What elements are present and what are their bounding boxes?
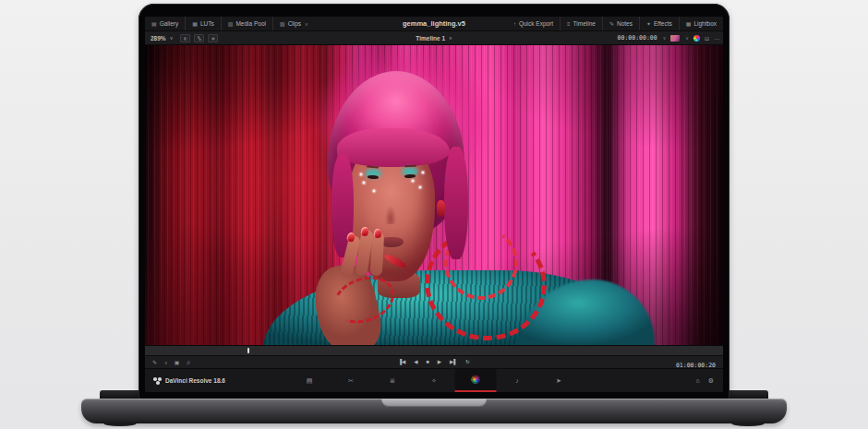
wipe-mode-icon[interactable]: ◧ (180, 34, 190, 42)
laptop-base (81, 399, 787, 423)
skip-to-start-button[interactable]: ▐◀ (398, 360, 405, 365)
clips-icon: ▧ (280, 21, 285, 27)
clips-button[interactable]: ▧ Clips ∨ (272, 17, 315, 30)
lightbox-icon: ▦ (686, 21, 692, 27)
tab-color[interactable] (455, 369, 497, 392)
timeline-label: Timeline (573, 20, 596, 27)
lightbox-button[interactable]: ▦ Lightbox (679, 17, 723, 30)
timeline-name: Timeline 1 (416, 35, 445, 42)
viewer-tools: ✎ ∨ ▣ ♬ (145, 360, 191, 365)
tab-fusion[interactable]: ✧ (414, 369, 455, 392)
media-pool-label: Media Pool (235, 20, 266, 27)
expand-viewer-icon[interactable]: ⊡ (705, 35, 709, 42)
tab-fairlight[interactable]: ♪ (497, 369, 538, 392)
home-icon[interactable]: ⌂ (695, 377, 699, 384)
page-tabs: ▤ ✂ ≣ ✧ ♪ (289, 369, 580, 392)
playhead-marker[interactable] (247, 348, 249, 353)
viewer-options-right: 00:00:00:00 ∨ ∨ ⊡ ⋯ (618, 34, 719, 42)
lid-lift-notch (381, 399, 487, 407)
rhinestone (419, 186, 421, 188)
zoom-level-select[interactable]: 289% ∨ (145, 35, 178, 42)
nose-shadow (383, 193, 398, 224)
chevron-down-icon: ∨ (685, 35, 689, 41)
notes-button[interactable]: ✎ Notes (602, 17, 639, 30)
lightbox-label: Lightbox (693, 20, 717, 27)
rhinestone (363, 182, 365, 184)
chevron-down-icon: ∨ (170, 35, 174, 41)
rhinestone (360, 173, 362, 175)
split-screen-icon[interactable]: ▚ (194, 34, 204, 42)
loop-button[interactable]: ↻ (465, 360, 470, 365)
luts-label: LUTs (200, 20, 214, 27)
color-viewer-icon[interactable] (693, 35, 700, 42)
tab-deliver[interactable]: ➤ (538, 369, 580, 392)
desktop-background: ▤ Gallery ▦ LUTs ▥ Media Pool ▧ Clips (0, 0, 868, 429)
zoom-level-value: 289% (151, 35, 166, 42)
eye-left (368, 175, 379, 179)
notes-label: Notes (617, 20, 633, 27)
effects-icon: ✦ (646, 21, 651, 27)
media-pool-button[interactable]: ▥ Media Pool (221, 17, 272, 30)
skip-to-end-button[interactable]: ▶▌ (450, 360, 457, 365)
gear-icon[interactable]: ⚙ (708, 377, 714, 385)
cut-page-icon: ✂ (348, 377, 354, 385)
app-version-label: DaVinci Resolve 18.6 (165, 377, 225, 384)
top-toolbar: ▤ Gallery ▦ LUTs ▥ Media Pool ▧ Clips (145, 17, 723, 31)
hair-right-side (444, 147, 468, 259)
red-nail (374, 229, 382, 238)
gallery-label: Gallery (160, 20, 179, 27)
highlight-mode-icon[interactable]: ▣ (208, 34, 218, 42)
quick-export-icon: ↑ (513, 21, 516, 27)
eye-right (404, 174, 416, 178)
quick-export-button[interactable]: ↑ Quick Export (507, 17, 560, 30)
tab-media[interactable]: ▤ (289, 369, 331, 392)
clips-label: Clips (288, 20, 301, 27)
timeline-selector[interactable]: Timeline 1 ∨ (416, 35, 452, 42)
fusion-page-icon: ✧ (431, 377, 437, 385)
compare-tool-icon[interactable]: ▣ (175, 360, 180, 365)
media-page-icon: ▤ (307, 377, 313, 385)
viewer-image[interactable] (145, 45, 723, 345)
davinci-resolve-window: ▤ Gallery ▦ LUTs ▥ Media Pool ▧ Clips (145, 17, 723, 392)
media-pool-icon: ▥ (228, 21, 234, 27)
timeline-button[interactable]: ≡ Timeline (560, 17, 602, 30)
draw-tool-icon[interactable]: ✎ (152, 360, 157, 365)
luts-icon: ▦ (192, 21, 198, 27)
page-navigation-bar: DaVinci Resolve 18.6 ▤ ✂ ≣ ✧ (145, 368, 723, 392)
gallery-button[interactable]: ▤ Gallery (145, 17, 185, 30)
app-brand: DaVinci Resolve 18.6 (145, 377, 225, 385)
laptop-lid: ▤ Gallery ▦ LUTs ▥ Media Pool ▧ Clips (139, 4, 729, 399)
viewer-options-bar: 289% ∨ ◧ ▚ ▣ Timeline 1 ∨ 00:00:00:00 ∨ … (145, 31, 723, 45)
stop-button[interactable]: ■ (427, 360, 429, 365)
transport-bar: ✎ ∨ ▣ ♬ ▐◀ ◀ ■ ▶ ▶▌ ↻ 01:00:00:20 (145, 355, 723, 368)
color-page-icon (472, 375, 480, 384)
tab-cut[interactable]: ✂ (331, 369, 372, 392)
gallery-icon: ▤ (151, 21, 157, 27)
chevron-down-icon: ∨ (663, 35, 667, 41)
tab-edit[interactable]: ≣ (372, 369, 414, 392)
more-options-icon[interactable]: ⋯ (714, 35, 719, 42)
gallery-still-thumbnail[interactable] (670, 35, 680, 42)
chevron-down-icon: ∨ (305, 21, 308, 27)
luts-button[interactable]: ▦ LUTs (185, 17, 220, 30)
effects-button[interactable]: ✦ Effects (639, 17, 679, 30)
rhinestone (373, 190, 375, 192)
davinci-resolve-logo (153, 377, 162, 385)
playback-controls: ▐◀ ◀ ■ ▶ ▶▌ ↻ (398, 360, 470, 365)
notes-icon: ✎ (609, 21, 614, 27)
toolbar-right-group: ↑ Quick Export ≡ Timeline ✎ Notes ✦ Effe… (507, 17, 723, 30)
hair-bangs (337, 128, 450, 167)
play-button[interactable]: ▶ (438, 360, 441, 365)
page-bar-right: ⌂ ⚙ (695, 377, 714, 385)
audio-icon[interactable]: ♬ (186, 360, 191, 365)
chevron-down-icon: ∨ (164, 360, 168, 365)
effects-label: Effects (654, 20, 672, 27)
play-reverse-button[interactable]: ◀ (414, 360, 417, 365)
project-title: gemma_lighting.v5 (403, 19, 465, 28)
source-timecode: 00:00:00:00 (618, 34, 657, 42)
edit-page-icon: ≣ (390, 377, 395, 385)
rhinestone (422, 172, 424, 173)
timeline-scrubber[interactable] (145, 345, 723, 355)
red-earring (437, 200, 445, 217)
timeline-icon: ≡ (567, 21, 571, 27)
